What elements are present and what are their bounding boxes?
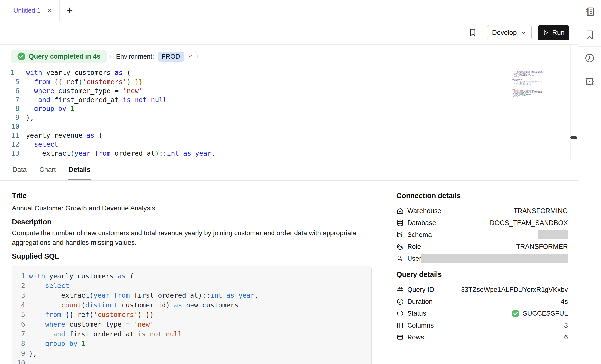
detail-row-duration: Duration4s [396, 296, 568, 308]
code-line: 10 [15, 358, 371, 364]
indent-guide [26, 86, 26, 95]
results-tab-data[interactable]: Data [12, 159, 27, 180]
app-window: Untitled 1 Develop Run [0, 0, 601, 364]
code-token: 1 [70, 105, 74, 112]
develop-dropdown-button[interactable]: Develop [487, 25, 532, 40]
editor-lines: 5 from {{ ref('customers') }}6 where cus… [0, 78, 215, 158]
code-line: 5 from {{ ref('customers') }} [15, 310, 371, 319]
code-content: select [29, 281, 69, 290]
detail-row-status: StatusSUCCESSFUL [396, 308, 568, 319]
close-icon[interactable] [47, 7, 53, 13]
sidebar-button-bookmark[interactable] [578, 23, 601, 47]
code-token [131, 78, 135, 86]
line-number: 9 [0, 113, 19, 122]
code-line: 3 extract(year from first_ordered_at)::i… [15, 290, 371, 300]
code-token: as [86, 131, 95, 139]
database-icon [396, 219, 404, 227]
code-token: distinct [85, 301, 118, 309]
results-tab-details[interactable]: Details [69, 159, 91, 180]
code-token: = [126, 320, 130, 328]
results-tab-chart[interactable]: Chart [39, 159, 56, 180]
details-panel: Title Annual Customer Growth and Revenue… [0, 181, 578, 364]
code-token: yearly_revenue [26, 131, 86, 139]
document-tab-bar: Untitled 1 [0, 0, 578, 21]
code-token: , [254, 291, 258, 299]
detail-label: Status [407, 310, 426, 317]
environment-value-chip: PROD [158, 52, 184, 62]
code-line: 9), [0, 113, 215, 122]
code-token: ) }} [138, 311, 154, 318]
detail-label: Database [407, 219, 436, 227]
code-token: 'new' [134, 320, 154, 328]
detail-label: Query ID [407, 286, 434, 294]
run-label: Run [552, 29, 565, 37]
code-token [29, 330, 53, 338]
sidebar-button-notebook[interactable] [578, 0, 601, 23]
editor-scrollbar-thumb[interactable] [570, 136, 577, 139]
code-token: select [34, 140, 58, 148]
code-token: , [542, 81, 542, 82]
success-check-icon [511, 309, 520, 318]
code-token: 'customers' [93, 311, 138, 318]
run-button[interactable]: Run [538, 25, 569, 40]
code-token [29, 301, 61, 309]
sql-code-editor[interactable]: 5 from {{ ref('customers') }}6 where cus… [0, 68, 578, 159]
status-bar: Query completed in 4s Environment: PROD [0, 45, 578, 68]
line-number: 10 [15, 358, 25, 364]
sidebar-button-dbt[interactable] [578, 70, 601, 93]
bookmark-button[interactable] [468, 28, 477, 37]
detail-row-database: DatabaseDOCS_TEAM_SANDBOX [396, 217, 568, 229]
rows-icon [396, 334, 404, 341]
code-line: 9), [15, 348, 371, 358]
code-token: customer_type [65, 320, 126, 328]
code-token: and [38, 96, 50, 104]
redacted-value [421, 254, 568, 263]
code-line: 8 group by 1 [0, 104, 215, 113]
connection-details-heading: Connection details [396, 192, 461, 200]
editor-minimap[interactable]: with yearly_customers as ( select extrac… [512, 69, 543, 97]
line-number: 7 [15, 329, 25, 339]
code-content: ), [26, 113, 34, 122]
code-token: extract( [29, 291, 93, 299]
detail-value: DOCS_TEAM_SANDBOX [490, 219, 568, 227]
code-token: first_ordered_at [50, 96, 123, 104]
code-token [26, 78, 34, 86]
code-token: with [26, 69, 42, 76]
dbt-icon [584, 76, 595, 87]
role-icon [396, 243, 404, 250]
code-token: is not null [524, 84, 531, 85]
code-line: 12 select [0, 140, 215, 149]
line-number: 11 [0, 131, 19, 140]
code-token: :: [159, 149, 167, 157]
code-token: customer_type = [54, 87, 123, 95]
code-line: 8 group by 1 [15, 339, 371, 348]
notebook-icon [584, 6, 595, 17]
code-token: new_customers [535, 72, 543, 73]
sidebar-button-history[interactable] [578, 47, 601, 70]
detail-row-user: User [396, 253, 568, 264]
code-token [162, 330, 166, 338]
environment-selector[interactable]: Environment: PROD [110, 50, 198, 63]
code-token: {{ ref( [61, 311, 93, 318]
code-token: group by [34, 105, 66, 112]
user-icon [396, 255, 404, 262]
line-number: 1 [0, 68, 19, 77]
indent-guide [34, 149, 34, 158]
line-number: 3 [15, 290, 25, 300]
code-content: group by 1 [26, 104, 74, 113]
indent-guide [26, 140, 26, 149]
code-content: with yearly_customers as ( [26, 68, 131, 77]
code-token: int [210, 291, 222, 299]
code-content: where customer_type = 'new' [29, 319, 154, 329]
code-line: 6 where customer_type = 'new' [0, 86, 215, 95]
chevron-down-icon [521, 30, 527, 36]
code-token: as [118, 272, 126, 280]
new-tab-button[interactable] [60, 0, 80, 21]
description-heading: Description [12, 218, 52, 226]
code-line: 4 count(distinct customer_id) as new_cus… [15, 300, 371, 310]
code-token: where [45, 320, 65, 328]
document-tab-untitled-1[interactable]: Untitled 1 [0, 0, 60, 21]
code-token [66, 105, 70, 112]
detail-label: Role [407, 243, 421, 251]
code-token [222, 291, 226, 299]
